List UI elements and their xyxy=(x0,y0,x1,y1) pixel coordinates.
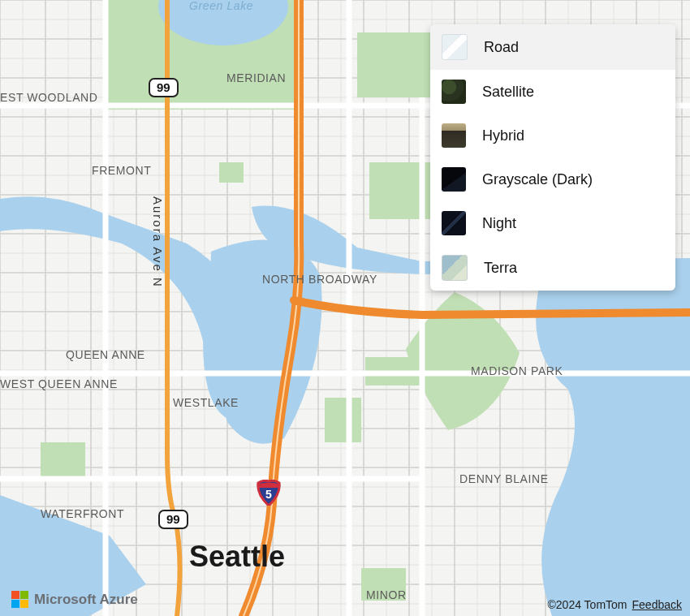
style-option-night[interactable]: Night xyxy=(430,201,675,245)
style-option-terra[interactable]: Terra xyxy=(430,245,675,291)
svg-rect-6 xyxy=(357,32,434,97)
grayscale-thumb-icon xyxy=(442,167,466,192)
label-west-queen-anne: WEST QUEEN ANNE xyxy=(0,377,118,390)
label-madison-park: MADISON PARK xyxy=(471,364,563,377)
label-minor: MINOR xyxy=(366,588,407,601)
label-est-woodland: EST WOODLAND xyxy=(0,91,98,104)
city-label-seattle: Seattle xyxy=(189,540,285,574)
shield-sr99-south: 99 xyxy=(158,510,188,529)
svg-rect-8 xyxy=(325,398,361,442)
style-option-label: Satellite xyxy=(482,84,534,101)
copyright-attribution: ©2024 TomTom Feedback xyxy=(548,598,682,611)
copyright-text: ©2024 TomTom xyxy=(548,598,627,611)
microsoft-logo-icon xyxy=(11,591,28,608)
style-option-satellite[interactable]: Satellite xyxy=(430,70,675,114)
hybrid-thumb-icon xyxy=(442,123,466,148)
label-fremont: FREMONT xyxy=(92,164,151,177)
svg-rect-10 xyxy=(41,442,85,479)
night-thumb-icon xyxy=(442,211,466,235)
label-westlake: WESTLAKE xyxy=(173,396,239,409)
water-label: Green Lake xyxy=(189,0,253,12)
shield-i5: 5 xyxy=(257,480,281,506)
feedback-link[interactable]: Feedback xyxy=(632,598,682,611)
label-queen-anne: QUEEN ANNE xyxy=(66,348,145,361)
svg-rect-11 xyxy=(219,162,244,183)
style-option-label: Night xyxy=(482,215,516,232)
satellite-thumb-icon xyxy=(442,80,466,104)
style-option-grayscale-dark[interactable]: Grayscale (Dark) xyxy=(430,157,675,201)
shield-sr99-north: 99 xyxy=(149,78,179,97)
label-aurora-ave: Aurora Ave N xyxy=(151,196,165,288)
brand-attribution: Microsoft Azure xyxy=(11,591,138,608)
style-option-label: Road xyxy=(484,39,519,56)
label-waterfront: WATERFRONT xyxy=(41,507,124,520)
style-option-road[interactable]: Road xyxy=(430,24,675,70)
svg-text:5: 5 xyxy=(265,488,272,501)
road-thumb-icon xyxy=(442,34,468,60)
brand-text: Microsoft Azure xyxy=(34,592,138,608)
style-option-label: Hybrid xyxy=(482,127,524,144)
style-option-label: Grayscale (Dark) xyxy=(482,171,593,188)
map-style-picker: Road Satellite Hybrid Grayscale (Dark) N… xyxy=(430,24,675,291)
label-meridian: MERIDIAN xyxy=(226,71,286,84)
label-north-broadway: NORTH BROADWAY xyxy=(262,273,377,286)
style-option-hybrid[interactable]: Hybrid xyxy=(430,114,675,157)
label-denny-blaine: DENNY BLAINE xyxy=(459,472,549,485)
style-option-label: Terra xyxy=(484,260,517,277)
terra-thumb-icon xyxy=(442,255,468,281)
